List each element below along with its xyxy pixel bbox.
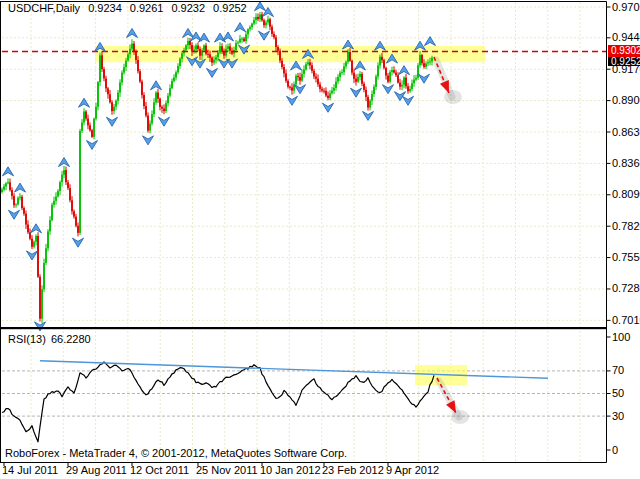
fractal-up-icon	[79, 98, 90, 107]
price-axis-label: 0.9705	[612, 2, 640, 13]
fractal-down-icon	[35, 322, 46, 331]
quote-low: 0.9232	[171, 2, 205, 14]
price-axis-label: 0.7820	[612, 221, 640, 232]
rsi-value: 66.2280	[51, 333, 91, 345]
quote-high: 0.9261	[130, 2, 164, 14]
rsi-axis-label: 100	[612, 332, 630, 343]
fractal-down-icon	[143, 136, 154, 145]
copyright-text: RoboForex - MetaTrader 4, © 2001-2012, M…	[5, 447, 347, 459]
fractal-down-icon	[159, 117, 170, 126]
date-label: 10 Jan 2012	[260, 465, 321, 476]
fractal-down-icon	[295, 85, 306, 94]
price-axis-label: 0.8900	[612, 95, 640, 106]
fractal-up-icon	[183, 28, 194, 37]
fractal-up-icon	[355, 61, 366, 70]
fractal-up-icon	[3, 167, 14, 176]
fractal-down-icon	[87, 140, 98, 149]
fractal-up-icon	[59, 158, 70, 167]
price-axis-label: 0.7280	[612, 283, 640, 294]
fractal-down-icon	[351, 88, 362, 97]
chart-canvas[interactable]	[0, 0, 640, 479]
fractal-up-icon	[291, 61, 302, 70]
fractal-down-icon	[27, 251, 38, 260]
rsi-name: RSI(13)	[8, 333, 46, 345]
price-axis-label: 0.8630	[612, 127, 640, 138]
rsi-axis-label: 0	[612, 445, 618, 456]
fractal-up-icon	[255, 2, 266, 11]
fractal-down-icon	[207, 68, 218, 77]
symbol-period-label: USDCHF,Daily	[8, 2, 80, 14]
price-axis-label: 0.7550	[612, 252, 640, 263]
rsi-axis-label: 50	[612, 388, 624, 399]
fractal-down-icon	[107, 117, 118, 126]
resistance-price-flag: 0.9302	[608, 45, 640, 57]
fractal-down-icon	[383, 85, 394, 94]
fractal-down-icon	[419, 74, 430, 83]
quote-close: 0.9252	[213, 2, 247, 14]
date-label: 14 Jul 2011	[2, 465, 58, 476]
fractal-down-icon	[323, 103, 334, 112]
fractal-up-icon	[31, 224, 42, 233]
price-axis-label: 0.9440	[612, 32, 640, 43]
price-axis-label: 0.8090	[612, 189, 640, 200]
rsi-line	[2, 362, 434, 442]
date-label: 9 Apr 2012	[386, 465, 439, 476]
date-label: 25 Nov 2011	[196, 465, 258, 476]
quote-open: 0.9234	[88, 2, 122, 14]
fractal-up-icon	[223, 32, 234, 41]
rsi-axis-label: 30	[612, 411, 624, 422]
date-label: 12 Oct 2011	[130, 465, 189, 476]
rsi-trendline[interactable]	[40, 361, 548, 379]
price-axis-label: 0.8360	[612, 158, 640, 169]
frame-layer	[0, 2, 611, 467]
fractal-up-icon	[127, 28, 138, 37]
fractal-down-icon	[363, 111, 374, 120]
date-label: 29 Aug 2011	[66, 465, 127, 476]
fractal-down-icon	[259, 31, 270, 40]
resistance-highlight-zone	[95, 46, 485, 62]
rsi-indicator-label: RSI(13) 66.2280	[8, 333, 91, 345]
fractal-down-icon	[9, 210, 20, 219]
bid-price-flag: 0.9252	[608, 57, 640, 66]
fractal-up-icon	[399, 66, 410, 75]
price-projection-arrow	[434, 57, 462, 104]
date-label: 23 Feb 2012	[322, 465, 384, 476]
fractal-up-icon	[235, 23, 246, 32]
price-axis-label: 0.7010	[612, 315, 640, 326]
fractal-down-icon	[73, 238, 84, 247]
fractal-up-icon	[15, 183, 26, 192]
rsi-axis-label: 70	[612, 365, 624, 376]
chart-title: USDCHF,Daily 0.9234 0.9261 0.9232 0.9252	[8, 2, 247, 14]
highlight-zones-layer	[95, 46, 485, 385]
mt4-chart-window: USDCHF,Daily 0.9234 0.9261 0.9232 0.9252…	[0, 0, 640, 479]
